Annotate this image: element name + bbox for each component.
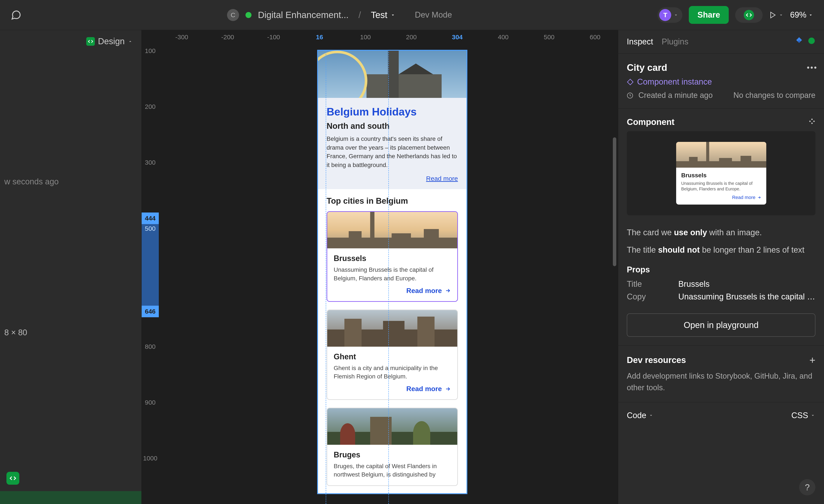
chevron-up-icon (128, 39, 133, 44)
section-title: Top cities in Belgium (327, 196, 458, 206)
canvas[interactable]: -300 -200 -100 16 100 200 304 400 500 60… (142, 30, 618, 504)
more-icon[interactable]: ••• (807, 63, 815, 72)
canvas-frame[interactable]: Belgium Holidays North and south Belgium… (317, 50, 468, 494)
prop-value: Brussels (678, 280, 815, 289)
code-icon (86, 37, 95, 46)
user-avatar-dropdown[interactable]: T (657, 7, 683, 23)
card-text: Bruges, the capital of West Flanders in … (334, 462, 451, 479)
inspect-panel: Inspect Plugins City card ••• Component … (618, 30, 824, 504)
prop-key: Title (627, 280, 678, 289)
page-title: Belgium Holidays (327, 106, 458, 118)
status-dot-icon (245, 12, 251, 18)
component-preview[interactable]: Brussels Unassuming Brussels is the capi… (627, 131, 815, 215)
project-name[interactable]: Digital Enhancement... (258, 10, 349, 20)
design-tab-label: Design (98, 36, 125, 46)
card-title: Bruges (334, 450, 451, 460)
component-icon[interactable] (809, 118, 815, 127)
chevron-down-icon (810, 413, 815, 418)
owner-avatar[interactable]: C (227, 9, 239, 21)
left-recent-text: w seconds ago (0, 173, 141, 191)
code-dropdown[interactable]: Code (627, 411, 654, 420)
prop-row: Copy Unassuming Brussels is the capital … (627, 292, 815, 301)
code-section: Code CSS (618, 402, 824, 429)
comments-icon[interactable] (11, 10, 21, 20)
svg-point-1 (808, 37, 815, 44)
open-playground-button[interactable]: Open in playground (627, 313, 815, 337)
ruler-vertical: 100 200 300 444 500 646 800 900 1000 (142, 45, 159, 504)
compare-status: No changes to compare (733, 91, 815, 100)
component-section-title: Component (627, 117, 675, 127)
component-desc-2: The title should not be longer than 2 li… (627, 243, 815, 257)
city-card[interactable]: Brussels Unassuming Brussels is the capi… (327, 211, 458, 302)
dev-mode-label[interactable]: Dev Mode (415, 10, 452, 19)
city-card[interactable]: Ghent Ghent is a city and a municipality… (327, 310, 458, 400)
read-more-link[interactable]: Read more (426, 175, 458, 182)
ruler-horizontal: -300 -200 -100 16 100 200 304 400 500 60… (159, 30, 618, 45)
selected-node-name: City card (627, 62, 667, 73)
guide-line (326, 50, 326, 504)
left-status-bar (0, 491, 141, 504)
css-dropdown[interactable]: CSS (791, 411, 815, 420)
code-icon (744, 10, 754, 20)
mini-card-text: Unassuming Brussels is the capital of Be… (681, 181, 761, 192)
component-section: Component (618, 109, 824, 345)
zoom-value: 69% (790, 10, 806, 19)
city-card[interactable]: Bruges Bruges, the capital of West Fland… (327, 408, 458, 486)
card-read-more-link[interactable]: Read more (406, 385, 442, 393)
scrollbar-vertical[interactable] (613, 137, 616, 266)
card-image (327, 310, 457, 347)
dev-mode-toggle[interactable] (735, 7, 762, 23)
top-bar: C Digital Enhancement... / Test Dev Mode… (0, 0, 824, 30)
inspect-tabs: Inspect Plugins (618, 30, 824, 54)
left-panel: Design w seconds ago 8 × 80 (0, 30, 142, 504)
dev-resources-title: Dev resources (627, 355, 686, 365)
breadcrumb-separator: / (358, 10, 361, 20)
selection-section: City card ••• Component instance Created… (618, 54, 824, 109)
card-title: Ghent (334, 352, 451, 361)
tab-plugins[interactable]: Plugins (662, 37, 689, 46)
page-name-label: Test (371, 10, 387, 20)
svg-marker-0 (770, 12, 775, 18)
mini-card-title: Brussels (681, 172, 761, 179)
help-button[interactable]: ? (799, 479, 815, 495)
page-subtitle: North and south (327, 121, 458, 131)
component-desc-1: The card we use only with an image. (627, 226, 815, 239)
chevron-down-icon (808, 12, 813, 18)
card-title: Brussels (334, 254, 451, 263)
guide-line (388, 50, 389, 504)
chevron-down-icon (390, 12, 396, 18)
card-image (327, 212, 457, 248)
design-tab[interactable]: Design (0, 30, 141, 53)
tab-inspect[interactable]: Inspect (627, 37, 653, 46)
zoom-dropdown[interactable]: 69% (790, 10, 813, 19)
code-icon[interactable] (6, 472, 19, 485)
component-instance-link[interactable]: Component instance (627, 77, 815, 87)
page-name-dropdown[interactable]: Test (371, 10, 396, 20)
add-resource-button[interactable]: + (809, 354, 815, 366)
left-dims-text: 8 × 80 (0, 328, 141, 341)
play-icon (769, 11, 777, 19)
jira-icon[interactable] (795, 36, 803, 47)
prop-value: Unassuming Brussels is the capital of ..… (678, 292, 815, 301)
arrow-right-icon (445, 288, 451, 294)
mini-card-image (676, 142, 766, 168)
prop-key: Copy (627, 292, 678, 301)
arrow-right-icon (445, 386, 451, 392)
clock-icon (627, 92, 633, 99)
share-button[interactable]: Share (689, 6, 729, 24)
card-read-more-link[interactable]: Read more (406, 287, 442, 295)
card-image (327, 408, 457, 445)
hero-section: Belgium Holidays North and south Belgium… (318, 98, 467, 189)
chevron-down-icon (648, 413, 654, 418)
user-avatar: T (659, 9, 671, 21)
chevron-down-icon (779, 12, 784, 18)
page-description: Belgium is a country that's seen its sha… (327, 134, 458, 169)
dev-resources-section: Dev resources + Add development links to… (618, 345, 824, 402)
dev-resources-text: Add development links to Storybook, GitH… (627, 370, 815, 393)
present-button[interactable] (769, 11, 784, 19)
card-text: Unassuming Brussels is the capital of Be… (334, 266, 451, 282)
created-time: Created a minute ago (627, 91, 713, 100)
mini-card-link: Read more (732, 195, 755, 200)
props-label: Props (627, 265, 815, 274)
plugin-icon[interactable] (808, 37, 815, 46)
